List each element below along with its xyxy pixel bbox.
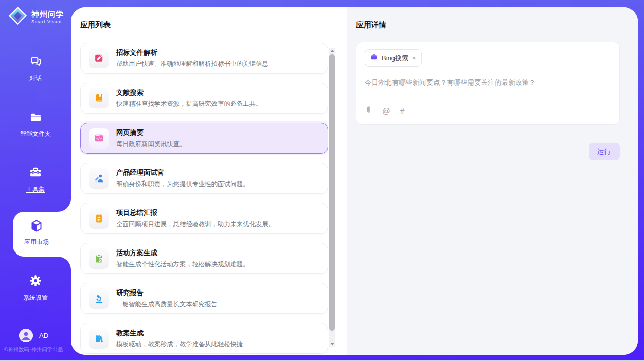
scroll-down-arrow-icon[interactable] (329, 341, 335, 347)
paperclip-icon[interactable] (365, 105, 373, 116)
app-card[interactable]: 活动方案生成 智能生成个性化活动方案，轻松解决规划难题。 (80, 243, 328, 274)
book-icon (89, 88, 109, 108)
mention-at-icon[interactable]: @ (382, 106, 390, 116)
close-icon[interactable]: × (412, 55, 416, 61)
cube-icon (29, 218, 44, 235)
prompt-card: Bing搜索 × 今日湖北有哪些新闻要点？有哪些需要关注的最新政策？ @ # (356, 42, 620, 125)
app-title: 网页摘要 (116, 128, 186, 137)
attach-toolbar: @ # (365, 105, 404, 116)
app-title: 研究报告 (116, 288, 218, 298)
app-list-title: 应用列表 (80, 20, 111, 30)
notepad-icon (89, 208, 109, 229)
tool-tag-label: Bing搜索 (382, 54, 408, 63)
copyright-footer: ©神州数码·神州问学出品 (4, 346, 63, 353)
list-scrollbar[interactable] (329, 48, 335, 347)
clipboard-check-icon (89, 248, 109, 269)
app-title: 文献搜索 (116, 88, 262, 97)
user-account[interactable]: AD (19, 329, 48, 342)
app-card[interactable]: 教案生成 模板驱动，教案秒成，教学准备从此轻松快捷 (80, 323, 328, 354)
app-title: 招标文件解析 (116, 48, 268, 57)
scroll-up-arrow-icon[interactable] (329, 48, 335, 54)
brand-subtitle: Smart Vision (31, 19, 64, 24)
app-card[interactable]: 研究报告 一键智能生成高质量长文本研究报告 (80, 283, 328, 314)
app-title: 教案生成 (116, 329, 243, 338)
sidebar-item-app-market[interactable]: 应用市场 (13, 212, 60, 252)
sidebar-item-label: 工具集 (26, 185, 45, 194)
run-button[interactable]: 运行 (589, 143, 620, 160)
brand-diamond-icon (8, 6, 27, 27)
query-text[interactable]: 今日湖北有哪些新闻要点？有哪些需要关注的最新政策？ (365, 78, 611, 87)
app-card[interactable]: 招标文件解析 帮助用户快速、准确地理解和解析招标书中的关键信息 (80, 43, 328, 74)
app-description: 帮助用户快速、准确地理解和解析招标书中的关键信息 (116, 60, 268, 68)
sidebar-item-label: 系统设置 (23, 294, 48, 302)
app-detail-panel: 应用详情 Bing搜索 × 今日湖北有哪些新闻要点？有哪些需要关注的最新政策？ (347, 7, 638, 355)
svg-text:</>: </> (96, 137, 102, 141)
hash-icon[interactable]: # (400, 106, 405, 116)
folder-icon (29, 111, 43, 126)
app-card-selected[interactable]: </> 网页摘要 每日政府新闻资讯快查。 (80, 123, 328, 154)
pen-square-icon (89, 48, 109, 68)
books-icon (89, 329, 109, 349)
scrollbar-thumb[interactable] (329, 54, 335, 331)
app-description: 每日政府新闻资讯快查。 (116, 140, 186, 149)
chat-icon (29, 55, 43, 70)
app-card[interactable]: 项目总结汇报 全面回顾项目进展，总结经验教训，助力未来优化发展。 (80, 203, 328, 234)
app-card[interactable]: 产品经理面试官 明确身份和职责，为您提供专业性的面试问题。 (80, 163, 328, 194)
app-title: 产品经理面试官 (116, 168, 249, 177)
app-card-list: 招标文件解析 帮助用户快速、准确地理解和解析招标书中的关键信息 文献搜索 快速精… (80, 43, 328, 355)
app-description: 明确身份和职责，为您提供专业性的面试问题。 (116, 180, 249, 189)
app-title: 项目总结汇报 (116, 208, 275, 218)
tool-tag-bing-search[interactable]: Bing搜索 × (365, 49, 422, 67)
app-description: 模板驱动，教案秒成，教学准备从此轻松快捷 (116, 340, 243, 349)
sidebar-item-chat[interactable]: 对话 (0, 55, 71, 83)
interviewer-icon (89, 168, 109, 189)
briefcase-icon (370, 53, 378, 63)
user-initials: AD (39, 332, 48, 339)
app-title: 活动方案生成 (116, 248, 249, 258)
main-content: 应用列表 招标文件解析 帮助用户快速、准确地理解和解析招标书中的关键信息 (71, 7, 638, 355)
sidebar-item-label: 智能文件夹 (20, 130, 51, 138)
toolbox-icon (28, 165, 43, 182)
avatar (19, 329, 33, 342)
browser-code-icon: </> (89, 128, 109, 149)
sidebar-item-label: 应用市场 (24, 238, 49, 246)
gear-icon (28, 274, 43, 290)
sidebar-item-settings[interactable]: 系统设置 (0, 274, 71, 302)
run-row: 运行 (356, 143, 620, 160)
sidebar-item-label: 对话 (29, 74, 42, 83)
brand-name: 神州问学 (31, 10, 64, 19)
sidebar-item-toolset[interactable]: 工具集 (0, 165, 71, 194)
app-description: 智能生成个性化活动方案，轻松解决规划难题。 (116, 260, 249, 269)
app-description: 快速精准查找学术资源，提高研究效率的必备工具。 (116, 100, 262, 108)
app-card[interactable]: 文献搜索 快速精准查找学术资源，提高研究效率的必备工具。 (80, 83, 328, 114)
sidebar: 神州问学 Smart Vision 对话 智能文件夹 (0, 0, 71, 362)
sidebar-item-smart-folders[interactable]: 智能文件夹 (0, 111, 71, 138)
app-description: 全面回顾项目进展，总结经验教训，助力未来优化发展。 (116, 220, 275, 229)
microscope-icon (89, 288, 109, 309)
app-logo: 神州问学 Smart Vision (8, 6, 64, 27)
app-description: 一键智能生成高质量长文本研究报告 (116, 300, 218, 309)
app-list-panel: 应用列表 招标文件解析 帮助用户快速、准确地理解和解析招标书中的关键信息 (71, 7, 347, 355)
app-detail-title: 应用详情 (356, 20, 386, 30)
